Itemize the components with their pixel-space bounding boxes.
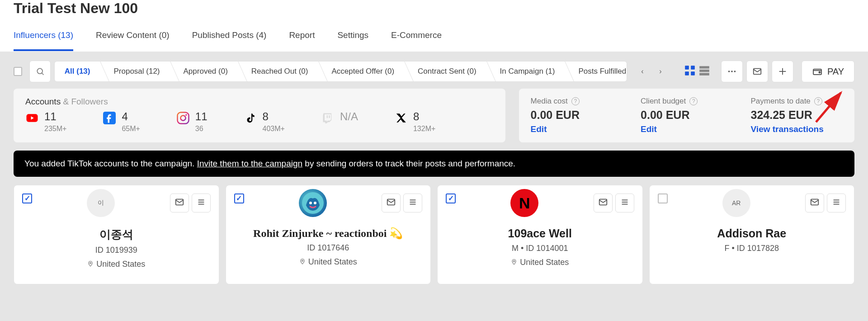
pay-button-label: PAY bbox=[827, 66, 844, 77]
alert-link[interactable]: Invite them to the campaign bbox=[197, 159, 302, 168]
card-checkbox[interactable] bbox=[658, 194, 668, 203]
card-menu-button[interactable] bbox=[403, 194, 422, 212]
influencer-card[interactable]: ARAddison RaeF • ID 1017828 bbox=[649, 185, 855, 284]
media-cost-edit-link[interactable]: Edit bbox=[531, 124, 623, 134]
account-followers: 36 bbox=[195, 125, 208, 133]
funnel-scroll-right[interactable]: › bbox=[651, 61, 670, 82]
media-cost-block: Media cost? 0.00 EUR Edit bbox=[531, 97, 623, 134]
influencer-cards: 이이종석ID 1019939United StatesRohit Zinjurk… bbox=[0, 185, 868, 284]
funnel-step-7[interactable]: Posts Fulfilled (0) bbox=[565, 61, 627, 81]
tab-0[interactable]: Influencers (13) bbox=[14, 20, 73, 51]
svg-rect-3 bbox=[691, 66, 695, 70]
funnel-filter: All (13)Proposal (12)Approved (0)Reached… bbox=[54, 61, 627, 82]
card-menu-button[interactable] bbox=[615, 194, 634, 212]
pin-icon bbox=[87, 260, 94, 269]
grid-view-icon[interactable] bbox=[684, 65, 696, 78]
youtube-icon bbox=[25, 111, 39, 125]
card-checkbox[interactable] bbox=[234, 194, 244, 203]
svg-rect-25 bbox=[329, 115, 330, 118]
svg-point-23 bbox=[185, 114, 187, 116]
funnel-step-2[interactable]: Approved (0) bbox=[170, 61, 238, 81]
client-budget-edit-link[interactable]: Edit bbox=[641, 124, 732, 134]
funnel-step-6[interactable]: In Campaign (1) bbox=[486, 61, 565, 81]
tab-4[interactable]: Settings bbox=[337, 20, 368, 51]
payments-block: Payments to date? 324.25 EUR View transa… bbox=[751, 97, 843, 134]
svg-point-38 bbox=[302, 260, 303, 261]
alert-prefix: You added TikTok accounts to the campaig… bbox=[24, 159, 197, 168]
payments-value: 324.25 EUR bbox=[751, 109, 843, 122]
funnel-step-1[interactable]: Proposal (12) bbox=[100, 61, 170, 81]
more-button[interactable] bbox=[721, 61, 743, 82]
costs-panel: Media cost? 0.00 EUR Edit Client budget?… bbox=[519, 89, 854, 142]
card-menu-button[interactable] bbox=[192, 194, 211, 212]
svg-point-22 bbox=[180, 115, 185, 120]
search-button[interactable] bbox=[29, 61, 50, 82]
media-cost-label: Media cost bbox=[531, 97, 568, 106]
svg-line-1 bbox=[42, 73, 43, 75]
info-icon[interactable]: ? bbox=[689, 97, 698, 105]
list-icon bbox=[831, 197, 841, 209]
account-facebook: 465M+ bbox=[103, 111, 140, 133]
view-transactions-link[interactable]: View transactions bbox=[751, 124, 843, 134]
avatar: AR bbox=[722, 189, 750, 217]
card-message-button[interactable] bbox=[170, 194, 189, 212]
card-message-button[interactable] bbox=[594, 194, 613, 212]
envelope-icon bbox=[752, 66, 762, 76]
tabs-bar: Influencers (13)Review Content (0)Publis… bbox=[14, 20, 854, 52]
tab-1[interactable]: Review Content (0) bbox=[96, 20, 170, 51]
influencer-card[interactable]: 이이종석ID 1019939United States bbox=[14, 185, 219, 284]
avatar bbox=[299, 189, 327, 217]
message-button[interactable] bbox=[746, 61, 768, 82]
account-count: 11 bbox=[44, 111, 66, 122]
svg-rect-7 bbox=[699, 70, 709, 72]
svg-point-0 bbox=[37, 68, 42, 74]
action-buttons bbox=[721, 61, 793, 82]
account-count: 8 bbox=[263, 111, 285, 122]
card-message-button[interactable] bbox=[382, 194, 401, 212]
account-youtube: 11235M+ bbox=[25, 111, 66, 133]
list-icon bbox=[196, 197, 206, 209]
card-id: ID 1019939 bbox=[95, 245, 137, 255]
card-name: Rohit Zinjurke ~ reactionboi 💫 bbox=[253, 227, 403, 240]
svg-point-43 bbox=[514, 260, 515, 262]
tab-5[interactable]: E-Commerce bbox=[391, 20, 442, 51]
funnel-step-3[interactable]: Reached Out (0) bbox=[238, 61, 318, 81]
list-view-icon[interactable] bbox=[698, 65, 710, 78]
tab-2[interactable]: Published Posts (4) bbox=[192, 20, 267, 51]
card-name: Addison Rae bbox=[717, 227, 786, 240]
view-toggle bbox=[684, 65, 710, 78]
funnel-step-0[interactable]: All (13) bbox=[55, 61, 100, 81]
accounts-title: Accounts & Followers bbox=[25, 97, 494, 107]
info-icon[interactable]: ? bbox=[814, 97, 822, 105]
influencer-card[interactable]: N109ace WellM • ID 1014001United States bbox=[437, 185, 643, 284]
account-followers: 235M+ bbox=[44, 125, 66, 133]
account-count: 8 bbox=[413, 111, 435, 122]
avatar: N bbox=[510, 189, 538, 217]
pay-button[interactable]: PAY bbox=[802, 61, 854, 82]
account-followers: 132M+ bbox=[413, 125, 435, 133]
pin-icon bbox=[511, 258, 517, 267]
funnel-scroll-left[interactable]: ‹ bbox=[633, 61, 651, 82]
card-message-button[interactable] bbox=[805, 194, 824, 212]
tab-3[interactable]: Report bbox=[289, 20, 315, 51]
list-icon bbox=[408, 197, 418, 209]
add-button[interactable] bbox=[772, 61, 793, 82]
account-x: 8132M+ bbox=[394, 111, 435, 133]
funnel-step-5[interactable]: Contract Sent (0) bbox=[404, 61, 486, 81]
search-icon bbox=[36, 67, 45, 76]
envelope-icon bbox=[386, 197, 396, 209]
toolbar: All (13)Proposal (12)Approved (0)Reached… bbox=[0, 52, 868, 89]
svg-point-16 bbox=[819, 72, 820, 73]
card-checkbox[interactable] bbox=[22, 194, 32, 203]
account-count: 4 bbox=[122, 111, 140, 122]
card-menu-button[interactable] bbox=[827, 194, 846, 212]
svg-rect-8 bbox=[699, 73, 709, 75]
info-icon[interactable]: ? bbox=[571, 97, 580, 105]
page-title: Trial Test New 100 bbox=[14, 0, 854, 20]
influencer-card[interactable]: Rohit Zinjurke ~ reactionboi 💫ID 1017646… bbox=[226, 185, 431, 284]
svg-point-9 bbox=[728, 71, 730, 72]
funnel-step-4[interactable]: Accepted Offer (0) bbox=[318, 61, 405, 81]
card-checkbox[interactable] bbox=[446, 194, 456, 203]
media-cost-value: 0.00 EUR bbox=[531, 109, 623, 122]
select-all-checkbox[interactable] bbox=[14, 67, 22, 76]
